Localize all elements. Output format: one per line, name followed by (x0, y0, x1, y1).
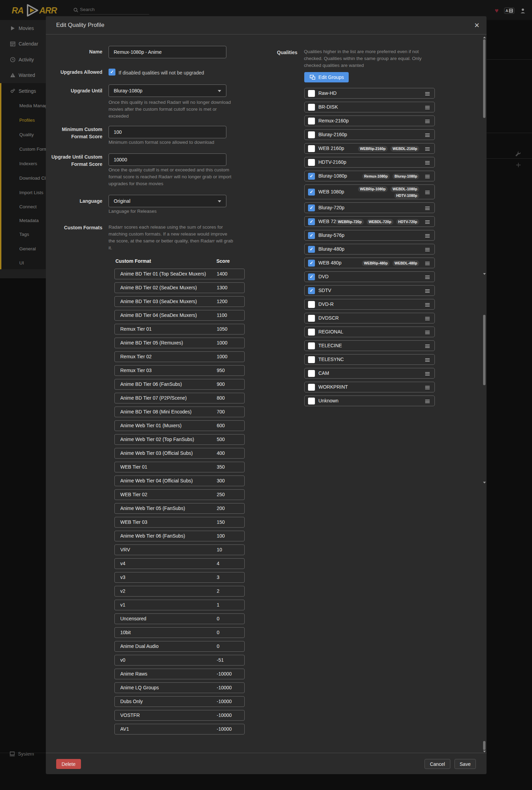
custom-format-score-input[interactable]: 1000 (217, 338, 227, 348)
custom-format-score-input[interactable]: 1300 (217, 283, 227, 293)
quality-checkbox[interactable]: ✓ (308, 204, 315, 211)
drag-handle-icon[interactable] (425, 262, 430, 265)
custom-format-score-input[interactable]: 800 (217, 393, 225, 403)
custom-format-score-input[interactable]: -10000 (217, 724, 232, 734)
custom-format-score-input[interactable]: 1400 (217, 269, 227, 279)
wrench-icon[interactable] (515, 151, 521, 157)
custom-format-score-input[interactable]: -51 (217, 655, 224, 665)
quality-checkbox[interactable]: ✓ (308, 273, 315, 280)
custom-format-score-input[interactable]: 300 (217, 476, 225, 486)
sidebar-item-activity[interactable]: Activity (0, 54, 46, 65)
sidebar-item-custom-formats[interactable]: Custom Formats (19, 146, 46, 152)
drag-handle-icon[interactable] (425, 191, 430, 194)
scrollbar-down-arrow[interactable] (483, 273, 486, 275)
custom-format-score-input[interactable]: 2 (217, 586, 219, 596)
custom-format-score-input[interactable]: 0 (217, 614, 219, 624)
user-icon[interactable] (520, 8, 526, 14)
drag-handle-icon[interactable] (425, 248, 430, 251)
custom-format-score-input[interactable]: 900 (217, 379, 225, 389)
upgrade-until-custom-format-score-input[interactable]: 10000 (109, 153, 226, 166)
sidebar-item-profiles[interactable]: Profiles (19, 117, 46, 123)
scrollbar-thumb[interactable] (483, 315, 485, 385)
quality-checkbox[interactable]: ✓ (308, 260, 315, 267)
scrollbar-up-arrow[interactable] (483, 37, 486, 38)
quality-checkbox[interactable] (308, 301, 315, 308)
name-input[interactable]: Remux-1080p - Anime (109, 46, 226, 58)
quality-checkbox[interactable]: ✓ (308, 232, 315, 239)
custom-format-score-input[interactable]: -10000 (217, 697, 232, 707)
custom-format-score-input[interactable]: 1050 (217, 324, 227, 334)
drag-handle-icon[interactable] (425, 161, 430, 164)
custom-format-score-input[interactable]: 100 (217, 531, 225, 541)
radarr-logo[interactable]: RA ARR (12, 2, 60, 18)
custom-format-score-input[interactable]: 0 (217, 628, 219, 638)
sidebar-item-media-management[interactable]: Media Management (19, 102, 46, 109)
quality-checkbox[interactable] (308, 356, 315, 363)
drag-handle-icon[interactable] (425, 289, 430, 293)
drag-handle-icon[interactable] (425, 147, 430, 151)
custom-format-score-input[interactable]: 600 (217, 421, 225, 431)
drag-handle-icon[interactable] (425, 175, 430, 178)
language-select[interactable]: Original (109, 195, 226, 207)
quality-checkbox[interactable]: ✓ (308, 246, 315, 253)
donate-heart-icon[interactable]: ♥ (495, 7, 499, 14)
drag-handle-icon[interactable] (425, 234, 430, 238)
drag-handle-icon[interactable] (425, 220, 430, 224)
quality-checkbox[interactable] (308, 104, 315, 111)
drag-handle-icon[interactable] (425, 133, 430, 137)
sidebar-item-calendar[interactable]: Calendar (0, 39, 46, 49)
drag-handle-icon[interactable] (425, 358, 430, 362)
scrollbar-thumb[interactable] (483, 741, 485, 750)
sidebar-item-system[interactable]: System (0, 749, 46, 759)
edit-groups-button[interactable]: Edit Groups (304, 72, 349, 82)
scrollbar-thumb[interactable] (483, 39, 485, 118)
quality-checkbox[interactable] (308, 131, 315, 138)
custom-format-score-input[interactable]: -10000 (217, 710, 232, 720)
custom-format-score-input[interactable]: -10000 (217, 669, 232, 679)
drag-handle-icon[interactable] (425, 120, 430, 123)
custom-format-score-input[interactable]: 10 (217, 545, 222, 555)
custom-format-score-input[interactable]: 950 (217, 366, 225, 376)
sidebar-item-download-clients[interactable]: Download Clients (19, 174, 46, 181)
sidebar-item-movies[interactable]: Movies (0, 23, 46, 33)
scrollbar-down-arrow[interactable] (483, 482, 486, 483)
custom-format-score-input[interactable]: 1100 (217, 310, 227, 320)
custom-format-score-input[interactable]: -10000 (217, 683, 232, 693)
custom-format-score-input[interactable]: 1200 (217, 297, 227, 307)
quality-checkbox[interactable] (308, 159, 315, 166)
custom-format-score-input[interactable]: 4 (217, 559, 219, 569)
close-icon[interactable]: ✕ (473, 21, 481, 30)
custom-format-score-input[interactable]: 250 (217, 490, 225, 500)
quality-checkbox[interactable]: ✓ (308, 173, 315, 180)
quality-checkbox[interactable] (308, 370, 315, 377)
drag-handle-icon[interactable] (425, 386, 430, 389)
custom-format-score-input[interactable]: 0 (217, 641, 219, 651)
drag-handle-icon[interactable] (425, 207, 430, 210)
quality-checkbox[interactable]: ✓ (308, 287, 315, 294)
custom-format-score-input[interactable]: 400 (217, 448, 225, 458)
translate-icon[interactable]: A (504, 8, 514, 14)
minimum-custom-format-score-input[interactable]: 100 (109, 126, 226, 138)
quality-checkbox[interactable] (308, 329, 315, 336)
quality-checkbox[interactable] (308, 145, 315, 152)
custom-format-score-input[interactable]: 150 (217, 517, 225, 527)
drag-handle-icon[interactable] (425, 344, 430, 348)
drag-handle-icon[interactable] (425, 331, 430, 334)
drag-handle-icon[interactable] (425, 276, 430, 279)
save-button[interactable]: Save (454, 759, 476, 769)
upgrades-allowed-checkbox[interactable]: ✓ (109, 69, 115, 76)
custom-format-score-input[interactable]: 1 (217, 600, 219, 610)
drag-handle-icon[interactable] (425, 92, 430, 96)
quality-checkbox[interactable] (308, 90, 315, 97)
quality-checkbox[interactable] (308, 118, 315, 124)
custom-format-score-input[interactable]: 1000 (217, 352, 227, 362)
sidebar-item-ui[interactable]: UI (19, 259, 46, 266)
sidebar-item-tags[interactable]: Tags (19, 231, 46, 238)
custom-format-score-input[interactable]: 350 (217, 462, 225, 472)
sidebar-item-import-lists[interactable]: Import Lists (19, 189, 46, 196)
sidebar-item-general[interactable]: General (19, 245, 46, 252)
drag-handle-icon[interactable] (425, 372, 430, 376)
drag-handle-icon[interactable] (425, 400, 430, 403)
quality-checkbox[interactable] (308, 384, 315, 391)
search-input[interactable]: Search (73, 7, 149, 15)
